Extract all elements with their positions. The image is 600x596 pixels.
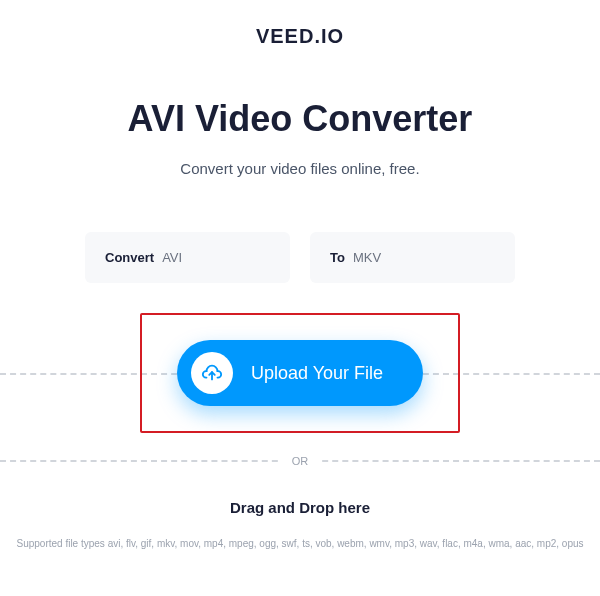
upload-section: Upload Your File <box>85 313 515 433</box>
cloud-upload-icon <box>201 362 223 384</box>
convert-to-value: MKV <box>353 250 381 265</box>
convert-from-label: Convert <box>105 250 154 265</box>
upload-icon-circle <box>191 352 233 394</box>
page-title: AVI Video Converter <box>0 98 600 140</box>
page-subtitle: Convert your video files online, free. <box>0 160 600 177</box>
highlight-box: Upload Your File <box>140 313 460 433</box>
format-selectors: Convert AVI To MKV <box>0 232 600 283</box>
upload-button-label: Upload Your File <box>251 363 383 384</box>
logo: VEED.IO <box>0 0 600 98</box>
convert-from-value: AVI <box>162 250 182 265</box>
supported-filetypes: Supported file types avi, flv, gif, mkv,… <box>0 538 600 549</box>
or-label: OR <box>278 455 323 467</box>
drag-drop-label: Drag and Drop here <box>0 499 600 516</box>
convert-to-selector[interactable]: To MKV <box>310 232 515 283</box>
convert-to-label: To <box>330 250 345 265</box>
upload-button[interactable]: Upload Your File <box>177 340 423 406</box>
convert-from-selector[interactable]: Convert AVI <box>85 232 290 283</box>
or-divider: OR <box>0 451 600 469</box>
